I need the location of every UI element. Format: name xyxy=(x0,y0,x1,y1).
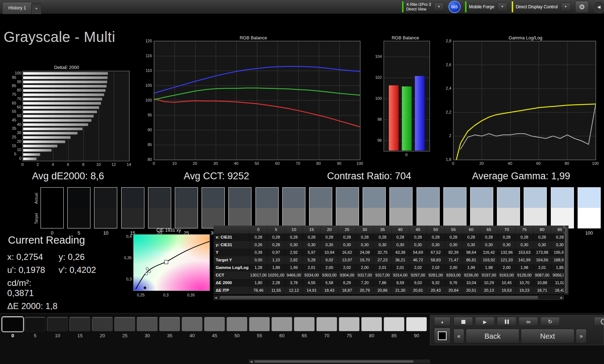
patch-swatch xyxy=(227,317,248,331)
app-window: History 1 + X-Rite i1Pro 3 Direct View ▼… xyxy=(0,0,604,364)
patch-button[interactable]: 55 xyxy=(249,317,270,338)
value-cell: 0,28 xyxy=(533,234,551,241)
patch-button[interactable]: 25 xyxy=(114,317,135,338)
patch-button[interactable]: 35 xyxy=(159,317,180,338)
tab-history-1[interactable]: History 1 xyxy=(2,2,32,14)
value-cell: 173,98 xyxy=(533,249,551,256)
value-cell: 2,82 xyxy=(285,256,303,264)
scrollbar-thumb[interactable] xyxy=(254,360,414,363)
skip-next-button[interactable]: » xyxy=(576,329,587,343)
axis-tick: 100 xyxy=(15,71,21,75)
axis-tick: 0,35 xyxy=(124,256,132,260)
rgb-balance-line-chart: RGB Balance 0102030405060708090100808590… xyxy=(144,35,363,171)
axis-tick: 102 xyxy=(375,76,382,80)
patch-button[interactable]: 90 xyxy=(406,317,427,338)
swatch-target xyxy=(68,208,90,228)
display-control-dropdown-button[interactable]: ▼ xyxy=(561,3,571,11)
patch-button[interactable]: 80 xyxy=(361,317,382,338)
value-cell: 0,30 xyxy=(303,241,321,249)
swatch-actual xyxy=(175,188,198,208)
loop-button[interactable]: ↻ xyxy=(540,317,560,326)
source-selector[interactable]: Mobile Forge ▼ xyxy=(465,1,507,13)
meter-selector[interactable]: X-Rite i1Pro 3 Direct View ▼ xyxy=(402,1,444,13)
row-label: Target Y xyxy=(214,256,250,264)
scrollbar-thumb[interactable] xyxy=(220,296,538,299)
table-horizontal-scrollbar[interactable]: ◀ ▶ xyxy=(214,295,564,300)
patch-button[interactable]: 60 xyxy=(271,317,292,338)
play-button[interactable]: ▶ xyxy=(475,317,495,326)
settings-gear-button[interactable]: ⚙ xyxy=(575,1,589,13)
column-header: 60 xyxy=(462,226,480,234)
display-control-selector[interactable]: Direct Display Control ▼ xyxy=(512,1,571,13)
value-cell: 13,97 xyxy=(338,256,356,264)
table-vertical-scrollbar[interactable] xyxy=(564,226,569,295)
value-cell: 43,38 xyxy=(392,249,409,256)
value-cell: 2,02 xyxy=(427,264,445,271)
stop-button[interactable] xyxy=(453,317,473,326)
patch-button[interactable]: 40 xyxy=(182,317,203,338)
value-cell: 0,30 xyxy=(462,241,480,249)
back-button[interactable]: Back xyxy=(466,329,519,343)
column-header: 70 xyxy=(498,226,516,234)
meter-dropdown-button[interactable]: ▼ xyxy=(434,3,444,11)
patch-button[interactable]: 70 xyxy=(316,317,337,338)
value-cell: 2,00 xyxy=(498,264,516,271)
value-cell: 19,23 xyxy=(516,287,533,294)
add-tab-button[interactable]: + xyxy=(31,3,42,14)
axis-tick: 35 xyxy=(12,127,16,130)
target-row-label: Target xyxy=(34,209,39,228)
stat-contrast-ratio: Contrast Ratio: 704 xyxy=(311,171,427,182)
value-cell: 9314,00 xyxy=(392,271,409,279)
swatch xyxy=(121,187,144,228)
patch-button[interactable]: 85 xyxy=(384,317,405,338)
scroll-up-button[interactable]: ▲ xyxy=(434,317,451,326)
column-header: 15 xyxy=(303,226,321,234)
value-cell: 0,00 xyxy=(250,256,267,264)
patch-button[interactable]: 15 xyxy=(69,317,90,338)
value-cell: 19,53 xyxy=(498,287,516,294)
swatch xyxy=(255,187,279,228)
patch-window-icon xyxy=(438,331,447,340)
scroll-left-icon[interactable]: ◀ xyxy=(215,296,217,300)
axis-tick: 40 xyxy=(234,162,238,166)
clipped-edge-button[interactable] xyxy=(594,317,604,326)
patch-button[interactable]: 65 xyxy=(294,317,315,338)
next-button[interactable]: Next xyxy=(521,329,574,343)
skip-back-button[interactable]: « xyxy=(453,329,464,343)
value-cell: 0,28 xyxy=(551,234,564,241)
reading-u-prime: u': 0,1978 xyxy=(7,265,59,275)
value-cell: 9281,00 xyxy=(427,271,445,279)
patch-button[interactable]: 20 xyxy=(92,317,113,338)
value-cell: 86,81 xyxy=(462,256,480,264)
patch-button[interactable]: 75 xyxy=(339,317,360,338)
scrollbar-thumb[interactable] xyxy=(565,226,568,294)
patch-window-button[interactable] xyxy=(434,328,451,344)
pause-button[interactable] xyxy=(497,317,516,326)
value-cell: 141,99 xyxy=(516,256,533,264)
continuous-measure-button[interactable]: ∞ xyxy=(519,317,538,326)
patch-label: 80 xyxy=(361,333,382,338)
swatch-target xyxy=(229,208,251,228)
value-cell: 18,43 xyxy=(321,287,338,294)
swatch-actual xyxy=(524,188,546,208)
source-dropdown-button[interactable]: ▼ xyxy=(497,3,507,11)
cie-overlay xyxy=(134,235,210,291)
table-row: Y0,390,972,925,9710,9416,6224,0832,7543,… xyxy=(214,249,564,256)
swatch xyxy=(578,187,601,228)
scroll-left-icon[interactable]: ◀ xyxy=(250,360,252,363)
value-cell: 82,39 xyxy=(445,249,462,256)
column-header: 30 xyxy=(356,226,374,234)
patch-button[interactable]: 0 xyxy=(2,317,23,338)
patch-button[interactable]: 10 xyxy=(47,317,68,338)
collapse-panel-button[interactable]: ◀ xyxy=(593,1,604,13)
scroll-right-icon[interactable]: ▶ xyxy=(561,296,563,300)
patch-scrollbar[interactable]: ◀ xyxy=(249,360,430,363)
swatch-actual xyxy=(578,188,600,208)
patch-button[interactable]: 5 xyxy=(25,317,46,338)
patch-button[interactable]: 45 xyxy=(204,317,225,338)
patch-button[interactable]: 50 xyxy=(227,317,248,338)
row-label: ΔE ITP xyxy=(214,287,250,294)
measurement-count-badge[interactable]: 665 xyxy=(448,1,461,13)
column-header: 25 xyxy=(338,226,356,234)
patch-button[interactable]: 30 xyxy=(137,317,158,338)
